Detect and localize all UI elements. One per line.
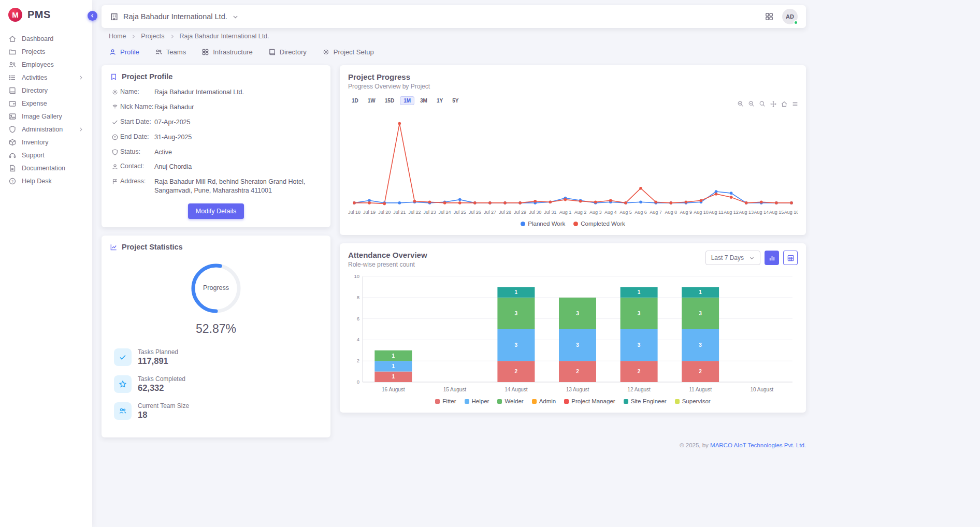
breadcrumb-separator-icon (169, 34, 175, 39)
menu-icon[interactable] (791, 100, 799, 108)
main-area: Raja Bahadur International Ltd. AD Home … (92, 0, 980, 527)
legend-item[interactable]: Project Manager (564, 398, 615, 404)
sidebar-item-image-gallery[interactable]: Image Gallery (0, 110, 92, 123)
project-progress-card: Project Progress Progress Overview by Pr… (340, 65, 806, 235)
svg-text:16 August: 16 August (382, 387, 405, 392)
sidebar-item-help-desk[interactable]: ? Help Desk (0, 174, 92, 187)
breadcrumb: Home Projects Raja Bahadur International… (102, 33, 806, 40)
range-15d-button[interactable]: 15D (381, 96, 398, 105)
svg-text:1: 1 (638, 289, 641, 295)
company-selector[interactable]: Raja Bahadur International Ltd. (110, 12, 239, 21)
tab-infrastructure[interactable]: Infrastructure (201, 46, 253, 58)
attendance-chart-legend: FitterHelperWelderAdminProject ManagerSi… (348, 398, 798, 404)
range-5y-button[interactable]: 5Y (449, 96, 462, 105)
chart-view-toggle-button[interactable] (765, 251, 779, 265)
svg-text:0: 0 (357, 379, 359, 385)
legend-item[interactable]: Fitter (435, 398, 456, 404)
field-value: Raja Bahadur (154, 103, 194, 112)
legend-item[interactable]: Site Engineer (624, 398, 667, 404)
range-3m-button[interactable]: 3M (416, 96, 431, 105)
modify-details-button[interactable]: Modify Details (188, 203, 244, 219)
x-circle-icon (110, 134, 120, 141)
headset-icon (8, 151, 17, 159)
time-range-selector: 1D 1W 15D 1M 3M 1Y 5Y (348, 96, 798, 105)
app-logo[interactable]: M PMS (0, 0, 92, 29)
list-icon (8, 74, 17, 82)
footer-company-link[interactable]: MARCO AIoT Technologies Pvt. Ltd. (710, 442, 806, 448)
field-label: Status: (120, 148, 154, 155)
gauge-label: Progress (186, 284, 246, 291)
svg-text:3: 3 (638, 342, 641, 348)
zoom-select-icon[interactable] (759, 100, 766, 108)
svg-text:2: 2 (515, 369, 518, 374)
sidebar-item-label: Projects (22, 48, 45, 55)
range-1d-button[interactable]: 1D (348, 96, 362, 105)
sidebar-item-documentation[interactable]: Documentation (0, 162, 92, 174)
sidebar-item-administration[interactable]: Administration (0, 123, 92, 136)
svg-text:13 August: 13 August (566, 387, 589, 392)
card-title: Attendance Overview (348, 251, 427, 259)
sidebar-collapse-button[interactable] (88, 11, 97, 21)
zoom-in-icon[interactable] (737, 100, 744, 108)
legend-item[interactable]: Admin (532, 398, 556, 404)
sidebar-item-directory[interactable]: Directory (0, 84, 92, 97)
reset-home-icon[interactable] (781, 100, 788, 108)
legend-item[interactable]: Completed Work (573, 221, 625, 227)
range-1y-button[interactable]: 1Y (433, 96, 446, 105)
field-label: Address: (120, 178, 154, 185)
sidebar-item-inventory[interactable]: Inventory (0, 136, 92, 149)
sidebar-item-dashboard[interactable]: Dashboard (0, 32, 92, 45)
sidebar-item-label: Dashboard (22, 35, 53, 42)
attendance-chart[interactable]: 024681011116 August15 August233114 Augus… (348, 271, 798, 397)
field-label: End Date: (120, 133, 154, 140)
zoom-out-icon[interactable] (748, 100, 755, 108)
breadcrumb-home[interactable]: Home (109, 33, 126, 40)
svg-text:Jul 27: Jul 27 (484, 210, 496, 215)
tab-project-setup[interactable]: Project Setup (322, 46, 374, 58)
tab-directory[interactable]: Directory (268, 46, 307, 58)
legend-item[interactable]: Welder (497, 398, 523, 404)
grid-icon (201, 48, 209, 56)
tab-label: Infrastructure (213, 48, 253, 56)
apps-grid-icon[interactable] (765, 12, 774, 21)
users-icon (114, 402, 132, 420)
flag-icon (110, 178, 120, 185)
folder-icon (8, 48, 17, 56)
sidebar-item-employees[interactable]: Employees (0, 58, 92, 71)
table-view-toggle-button[interactable] (783, 251, 798, 265)
app-name: PMS (27, 9, 51, 21)
legend-item[interactable]: Planned Work (521, 221, 565, 227)
svg-text:Aug 13: Aug 13 (739, 210, 754, 215)
table-icon (787, 254, 795, 262)
tab-bar: Profile Teams Infrastructure Directory P… (102, 46, 806, 58)
svg-text:Aug 2: Aug 2 (574, 210, 587, 215)
range-1m-button[interactable]: 1M (400, 96, 414, 105)
tab-profile[interactable]: Profile (109, 46, 139, 58)
field-end-date: End Date: 31-Aug-2025 (110, 133, 322, 142)
tab-teams[interactable]: Teams (155, 46, 186, 58)
sidebar-item-expense[interactable]: Expense (0, 97, 92, 110)
user-avatar[interactable]: AD (782, 9, 798, 24)
range-1w-button[interactable]: 1W (364, 96, 379, 105)
legend-item[interactable]: Supervisor (675, 398, 711, 404)
breadcrumb-projects[interactable]: Projects (141, 33, 164, 40)
sidebar-item-support[interactable]: Support (0, 149, 92, 162)
card-title: Project Statistics (122, 243, 183, 251)
sidebar-item-projects[interactable]: Projects (0, 45, 92, 58)
date-range-select[interactable]: Last 7 Days (705, 251, 760, 265)
card-title: Project Profile (122, 72, 172, 81)
project-progress-chart[interactable]: Jul 18Jul 19Jul 20Jul 21Jul 22Jul 23Jul … (348, 108, 798, 219)
field-contact: Contact: Anuj Chordia (110, 163, 322, 171)
sidebar-item-label: Employees (22, 61, 54, 68)
svg-text:6: 6 (357, 316, 359, 321)
svg-text:?: ? (11, 179, 13, 183)
sidebar-item-activities[interactable]: Activities (0, 71, 92, 84)
project-statistics-card: Project Statistics Progress 52.87% Tasks… (102, 236, 330, 437)
legend-item[interactable]: Helper (465, 398, 489, 404)
svg-text:Aug 5: Aug 5 (619, 210, 632, 215)
sidebar-item-label: Image Gallery (22, 113, 62, 120)
sidebar-item-label: Documentation (22, 165, 65, 172)
field-start-date: Start Date: 07-Apr-2025 (110, 118, 322, 127)
pan-icon[interactable] (770, 100, 777, 108)
bookmark-icon (110, 73, 118, 81)
